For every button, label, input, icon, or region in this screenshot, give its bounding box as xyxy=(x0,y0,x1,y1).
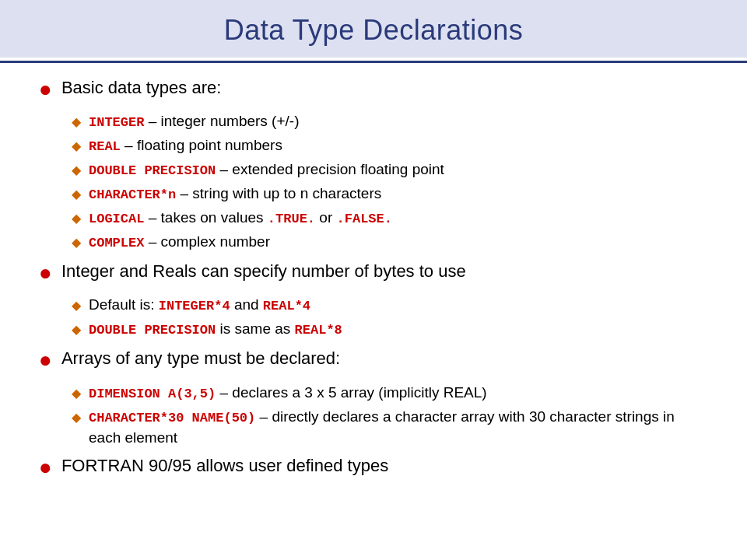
bullet-fortran-label: FORTRAN 90/95 allows user defined types xyxy=(61,455,388,478)
code-real8: REAL*8 xyxy=(295,323,342,338)
basic-types-list: ◆ INTEGER – integer numbers (+/-) ◆ REAL… xyxy=(72,111,708,253)
code-int4: INTEGER*4 xyxy=(159,299,230,313)
list-item: ◆ INTEGER – integer numbers (+/-) xyxy=(72,111,708,132)
list-item: ◆ DIMENSION A(3,5) – declares a 3 x 5 ar… xyxy=(72,383,708,404)
list-item: ◆ DOUBLE PRECISION – extended precision … xyxy=(72,159,708,180)
list-item: ◆ CHARACTER*n – string with up to n char… xyxy=(72,184,708,205)
text-default-pre: Default is: xyxy=(89,296,159,313)
text-logical1: – takes on values xyxy=(149,209,268,226)
code-dimension: DIMENSION A(3,5) xyxy=(89,387,216,401)
bullet-basic-types-label: Basic data types are: xyxy=(61,77,221,100)
item-text: DIMENSION A(3,5) – declares a 3 x 5 arra… xyxy=(89,383,708,404)
bullet-arrays: ● Arrays of any type must be declared: xyxy=(39,348,708,374)
list-item: ◆ COMPLEX – complex number xyxy=(72,232,708,253)
list-item: ◆ REAL – floating point numbers xyxy=(72,135,708,156)
item-text: DOUBLE PRECISION – extended precision fl… xyxy=(89,159,708,180)
bullet-arrays-label: Arrays of any type must be declared: xyxy=(61,348,340,370)
title-divider xyxy=(0,61,747,63)
bullet-dot-1: ● xyxy=(39,75,52,103)
text-real: – floating point numbers xyxy=(124,137,282,153)
code-integer: INTEGER xyxy=(89,115,144,130)
bullet-dot-3: ● xyxy=(39,346,52,374)
code-real4: REAL*4 xyxy=(263,299,310,313)
item-text: REAL – floating point numbers xyxy=(89,135,708,156)
item-text: INTEGER – integer numbers (+/-) xyxy=(89,111,708,132)
arrays-list: ◆ DIMENSION A(3,5) – declares a 3 x 5 ar… xyxy=(72,383,708,448)
arrow-icon: ◆ xyxy=(72,234,81,251)
list-item: ◆ LOGICAL – takes on values .TRUE. or .F… xyxy=(72,208,708,229)
list-item: ◆ Default is: INTEGER*4 and REAL*4 xyxy=(72,295,708,316)
code-complex: COMPLEX xyxy=(89,236,144,250)
code-double: DOUBLE PRECISION xyxy=(89,163,216,178)
text-integer: – integer numbers (+/-) xyxy=(149,113,300,129)
bullet-int-reals: ● Integer and Reals can specify number o… xyxy=(39,261,708,287)
bullet-dot-2: ● xyxy=(39,259,52,287)
list-item: ◆ DOUBLE PRECISION is same as REAL*8 xyxy=(72,319,708,340)
bullet-dot-4: ● xyxy=(39,453,52,481)
text-sameas: is same as xyxy=(220,320,295,337)
code-false: .FALSE. xyxy=(337,212,392,226)
arrow-icon: ◆ xyxy=(72,297,81,314)
item-text: CHARACTER*30 NAME(50) – directly declare… xyxy=(89,407,708,448)
arrow-icon: ◆ xyxy=(72,138,81,155)
arrow-icon: ◆ xyxy=(72,210,81,227)
text-dimension: – declares a 3 x 5 array (implicitly REA… xyxy=(220,384,487,401)
item-text: Default is: INTEGER*4 and REAL*4 xyxy=(89,295,708,316)
bullet-basic-types: ● Basic data types are: xyxy=(39,77,708,103)
arrow-icon: ◆ xyxy=(72,114,81,131)
code-logical: LOGICAL xyxy=(89,212,144,226)
text-logical2: or xyxy=(319,209,336,226)
int-reals-list: ◆ Default is: INTEGER*4 and REAL*4 ◆ DOU… xyxy=(72,295,708,340)
arrow-icon: ◆ xyxy=(72,385,81,402)
title-area: Data Type Declarations xyxy=(0,0,747,58)
item-text: DOUBLE PRECISION is same as REAL*8 xyxy=(89,319,708,340)
arrow-icon: ◆ xyxy=(72,186,81,203)
arrow-icon: ◆ xyxy=(72,321,81,338)
arrow-icon: ◆ xyxy=(72,409,81,426)
bullet-fortran: ● FORTRAN 90/95 allows user defined type… xyxy=(39,455,708,481)
item-text: LOGICAL – takes on values .TRUE. or .FAL… xyxy=(89,208,708,229)
list-item: ◆ CHARACTER*30 NAME(50) – directly decla… xyxy=(72,407,708,448)
code-true: .TRUE. xyxy=(268,212,315,226)
slide-content: ● Basic data types are: ◆ INTEGER – inte… xyxy=(31,77,716,537)
code-real: REAL xyxy=(89,139,121,154)
code-charn: CHARACTER*n xyxy=(89,187,176,202)
text-and: and xyxy=(234,296,263,313)
item-text: COMPLEX – complex number xyxy=(89,232,708,253)
arrow-icon: ◆ xyxy=(72,162,81,179)
code-char30: CHARACTER*30 NAME(50) xyxy=(89,411,255,425)
bullet-int-reals-label: Integer and Reals can specify number of … xyxy=(61,261,466,283)
item-text: CHARACTER*n – string with up to n charac… xyxy=(89,184,708,205)
slide: Data Type Declarations ● Basic data type… xyxy=(0,0,747,560)
slide-title: Data Type Declarations xyxy=(39,14,708,47)
text-charn: – string with up to n characters xyxy=(181,185,382,201)
text-complex: – complex number xyxy=(149,233,270,250)
code-doubleprecision2: DOUBLE PRECISION xyxy=(89,323,216,338)
text-double: – extended precision floating point xyxy=(220,161,444,177)
